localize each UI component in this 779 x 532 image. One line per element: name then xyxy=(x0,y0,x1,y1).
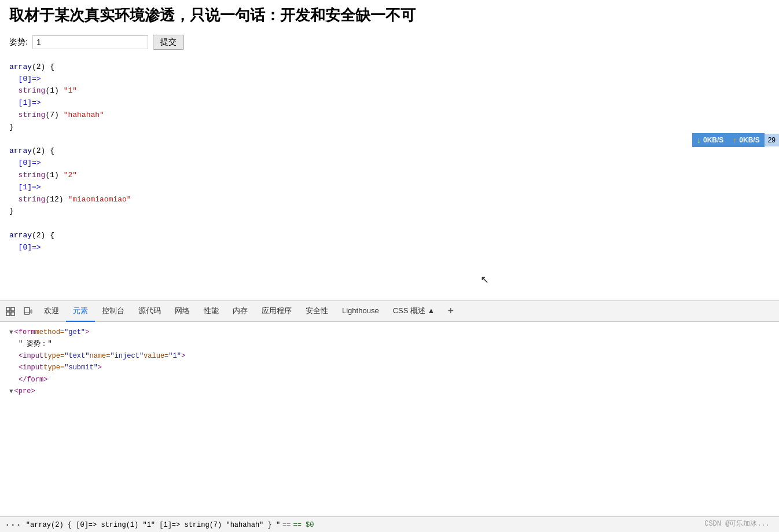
inject-input[interactable] xyxy=(32,35,148,49)
tree-line-input2: <input type="submit" > xyxy=(9,362,770,373)
tree-toggle-pre[interactable]: ▼ xyxy=(9,386,13,397)
tab-console[interactable]: 控制台 xyxy=(95,301,131,322)
extra-num: 29 xyxy=(765,134,779,146)
device-icon[interactable] xyxy=(20,303,36,320)
download-speed-label: 0KB/S xyxy=(703,136,723,144)
tab-security[interactable]: 安全性 xyxy=(299,301,335,322)
tab-lighthouse[interactable]: Lighthouse xyxy=(335,301,386,322)
svg-rect-1 xyxy=(6,312,10,315)
console-dollar: == $0 xyxy=(293,521,314,529)
svg-rect-0 xyxy=(6,307,10,311)
console-selected-text: "array(2) { [0]=> string(1) "1" [1]=> st… xyxy=(26,521,280,529)
console-equals: == xyxy=(282,521,291,529)
devtools-html-tree: ▼ <form method= "get" > " 姿势：" <input ty… xyxy=(0,322,779,516)
console-dots: ··· xyxy=(5,520,21,530)
tab-css[interactable]: CSS 概述 ▲ xyxy=(386,301,442,322)
tab-performance[interactable]: 性能 xyxy=(197,301,226,322)
upload-speed-box: ↑ 0KB/S xyxy=(728,133,764,147)
tab-welcome[interactable]: 欢迎 xyxy=(37,301,66,322)
form-label: 姿势: xyxy=(9,37,28,47)
console-bar: ··· "array(2) { [0]=> string(1) "1" [1]=… xyxy=(0,516,779,532)
arrow-down-icon: ↓ xyxy=(697,135,701,145)
svg-rect-5 xyxy=(31,310,32,313)
tree-toggle-form[interactable]: ▼ xyxy=(9,327,13,338)
inspect-icon[interactable] xyxy=(2,303,19,320)
download-speed-box: ↓ 0KB/S xyxy=(692,133,728,147)
page-title: 取材于某次真实环境渗透，只说一句话：开发和安全缺一不可 xyxy=(9,6,770,25)
svg-rect-2 xyxy=(11,307,14,311)
form-row: 姿势: 提交 xyxy=(9,35,770,50)
svg-rect-3 xyxy=(11,312,14,315)
tab-application[interactable]: 应用程序 xyxy=(255,301,299,322)
tab-elements[interactable]: 元素 xyxy=(66,301,95,322)
tab-add-button[interactable]: + xyxy=(442,302,460,321)
arrow-up-icon: ↑ xyxy=(733,135,737,145)
tree-line-form-close: </form> xyxy=(9,374,770,386)
tree-line-input1: <input type="text" name="inject" value="… xyxy=(9,350,770,362)
html-tree: ▼ <form method= "get" > " 姿势：" <input ty… xyxy=(0,324,779,399)
tab-sources[interactable]: 源代码 xyxy=(131,301,168,322)
submit-button[interactable]: 提交 xyxy=(153,35,184,50)
tree-line-form: ▼ <form method= "get" > xyxy=(9,326,770,338)
tab-memory[interactable]: 内存 xyxy=(226,301,255,322)
tree-line-pre: ▼ <pre> xyxy=(9,386,770,397)
upload-speed-label: 0KB/S xyxy=(739,136,759,144)
tab-network[interactable]: 网络 xyxy=(168,301,197,322)
tree-line-text1: " 姿势：" xyxy=(9,338,770,350)
svg-rect-4 xyxy=(24,307,30,314)
network-widget: ↓ 0KB/S ↑ 0KB/S 29 xyxy=(692,133,779,147)
devtools-panel: 欢迎 元素 控制台 源代码 网络 性能 内存 应用程序 安全性 Lighthou… xyxy=(0,300,779,532)
code-output: array(2) { [0]=> string(1) "1" [1]=> str… xyxy=(9,61,770,254)
main-content: 取材于某次真实环境渗透，只说一句话：开发和安全缺一不可 姿势: 提交 array… xyxy=(0,0,779,295)
devtools-tab-bar: 欢迎 元素 控制台 源代码 网络 性能 内存 应用程序 安全性 Lighthou… xyxy=(0,301,779,322)
